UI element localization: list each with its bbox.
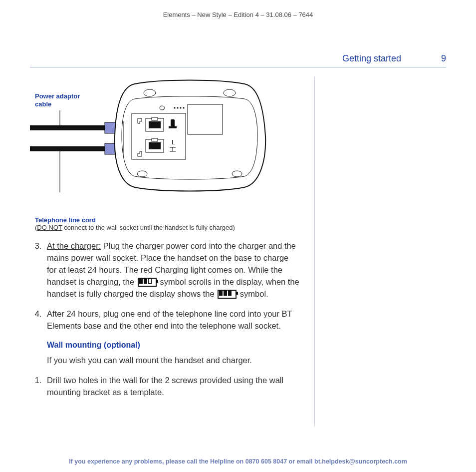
step-3: At the charger: Plug the charger power c… — [44, 240, 299, 300]
right-column — [314, 76, 446, 426]
cable-power — [30, 125, 105, 130]
doc-meta: Elements – New Style – Edition 4 – 31.08… — [30, 11, 446, 18]
svg-point-10 — [177, 107, 178, 108]
wall-mounting-steps: Drill two holes in the wall for the 2 sc… — [30, 375, 299, 399]
section-title: Getting started — [342, 53, 401, 64]
battery-full-icon — [218, 290, 237, 299]
page-header: Getting started 9 — [30, 53, 446, 67]
step-4: After 24 hours, plug one end of the tele… — [44, 308, 299, 332]
svg-text:L: L — [172, 139, 175, 146]
plug-power — [105, 122, 116, 133]
wall-mounting-heading: Wall mounting (optional) — [47, 341, 299, 350]
wall-mounting-intro: If you wish you can wall mount the hands… — [47, 355, 299, 367]
setup-steps: At the charger: Plug the charger power c… — [30, 240, 299, 332]
telephone-cord-note: (DO NOT connect to the wall socket until… — [35, 224, 299, 231]
battery-charging-icon — [138, 278, 157, 287]
plug-tel — [105, 143, 116, 154]
svg-point-12 — [183, 107, 184, 108]
helpline-footer: If you experience any problems, please c… — [0, 458, 476, 465]
wall-step-1: Drill two holes in the wall for the 2 sc… — [44, 375, 299, 399]
svg-point-11 — [180, 107, 181, 108]
svg-point-9 — [174, 107, 175, 108]
svg-rect-21 — [171, 119, 175, 127]
svg-rect-16 — [149, 121, 161, 128]
page-number: 9 — [431, 53, 446, 64]
svg-rect-19 — [149, 142, 161, 149]
svg-rect-20 — [152, 138, 158, 141]
power-cable-label: Power adaptor cable — [35, 92, 90, 108]
svg-rect-17 — [152, 117, 158, 120]
cable-tel — [30, 146, 105, 151]
svg-rect-22 — [169, 126, 177, 128]
base-unit-diagram: Power adaptor cable — [30, 76, 299, 211]
telephone-cord-label: Telephone line cord — [35, 216, 299, 224]
